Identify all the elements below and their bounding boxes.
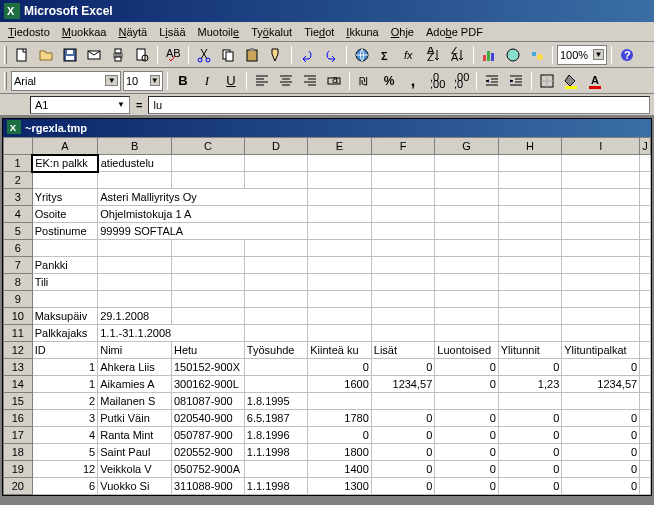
cell[interactable]: 1 — [32, 359, 98, 376]
cell[interactable]: 99999 SOFTALA — [98, 223, 308, 240]
menu-muokkaa[interactable]: Muokkaa — [56, 24, 113, 40]
cell[interactable]: 29.1.2008 — [98, 308, 172, 325]
cell[interactable]: Ylitunnit — [498, 342, 562, 359]
cell[interactable] — [498, 393, 562, 410]
col-header[interactable]: E — [308, 138, 372, 155]
cell[interactable]: ID — [32, 342, 98, 359]
cell[interactable]: Lisät — [371, 342, 435, 359]
bold-button[interactable]: B — [172, 70, 194, 92]
cell[interactable]: 6 — [32, 478, 98, 495]
select-all-corner[interactable] — [4, 138, 33, 155]
cell[interactable]: 0 — [498, 478, 562, 495]
cell[interactable]: 1.8.1995 — [244, 393, 308, 410]
menu-muotoile[interactable]: Muotoile — [192, 24, 246, 40]
cell[interactable] — [562, 393, 640, 410]
cell[interactable]: 0 — [435, 461, 499, 478]
percent-button[interactable]: % — [378, 70, 400, 92]
cell[interactable] — [371, 325, 435, 342]
cell[interactable] — [171, 172, 244, 189]
cell[interactable] — [244, 376, 308, 393]
cell[interactable] — [435, 240, 499, 257]
cell[interactable] — [244, 325, 308, 342]
row-header[interactable]: 5 — [4, 223, 33, 240]
cell[interactable]: atiedustelu — [98, 155, 172, 172]
print-button[interactable] — [107, 44, 129, 66]
cell[interactable] — [435, 223, 499, 240]
cell[interactable] — [171, 257, 244, 274]
cell[interactable] — [640, 257, 651, 274]
cell[interactable] — [308, 274, 372, 291]
cell[interactable] — [308, 257, 372, 274]
cell[interactable] — [371, 240, 435, 257]
cell[interactable]: Mailanen S — [98, 393, 172, 410]
cell[interactable]: 12 — [32, 461, 98, 478]
cell[interactable]: 1600 — [308, 376, 372, 393]
sort-desc-button[interactable]: ZA — [447, 44, 469, 66]
cell[interactable] — [244, 291, 308, 308]
cell[interactable]: 0 — [498, 359, 562, 376]
cell[interactable]: Osoite — [32, 206, 98, 223]
cell[interactable]: Ahkera Liis — [98, 359, 172, 376]
row-header[interactable]: 13 — [4, 359, 33, 376]
new-button[interactable] — [11, 44, 33, 66]
cell[interactable] — [498, 172, 562, 189]
cell[interactable] — [640, 376, 651, 393]
cell[interactable]: 0 — [498, 427, 562, 444]
cell[interactable]: 0 — [371, 410, 435, 427]
cell[interactable] — [498, 257, 562, 274]
cell[interactable] — [498, 325, 562, 342]
redo-button[interactable] — [320, 44, 342, 66]
cell[interactable]: 1,23 — [498, 376, 562, 393]
cell[interactable]: 020552-900 — [171, 444, 244, 461]
cell[interactable] — [98, 172, 172, 189]
cell[interactable] — [244, 172, 308, 189]
cell[interactable] — [640, 155, 651, 172]
save-button[interactable] — [59, 44, 81, 66]
row-header[interactable]: 4 — [4, 206, 33, 223]
cell[interactable] — [640, 359, 651, 376]
cell[interactable] — [640, 410, 651, 427]
cell[interactable] — [244, 257, 308, 274]
cell[interactable] — [498, 240, 562, 257]
cell[interactable] — [244, 308, 308, 325]
cell[interactable] — [98, 291, 172, 308]
cell[interactable] — [371, 274, 435, 291]
cell[interactable] — [562, 308, 640, 325]
format-painter-button[interactable] — [265, 44, 287, 66]
cell[interactable]: 0 — [435, 359, 499, 376]
cell[interactable] — [435, 291, 499, 308]
cell[interactable] — [640, 427, 651, 444]
cell[interactable]: Asteri Malliyritys Oy — [98, 189, 308, 206]
cell[interactable]: Yritys — [32, 189, 98, 206]
cell[interactable] — [640, 461, 651, 478]
row-header[interactable]: 16 — [4, 410, 33, 427]
increase-indent-button[interactable] — [505, 70, 527, 92]
cell[interactable] — [308, 240, 372, 257]
cell[interactable]: 5 — [32, 444, 98, 461]
cell[interactable] — [308, 206, 372, 223]
cell[interactable] — [640, 172, 651, 189]
cell[interactable]: 300162-900L — [171, 376, 244, 393]
cell[interactable]: 0 — [308, 427, 372, 444]
cell[interactable] — [171, 291, 244, 308]
cell[interactable] — [640, 291, 651, 308]
cell[interactable]: 0 — [435, 427, 499, 444]
cell[interactable]: 0 — [498, 410, 562, 427]
name-box[interactable]: A1▼ — [30, 96, 130, 114]
cell[interactable] — [498, 155, 562, 172]
cell[interactable] — [308, 155, 372, 172]
cell[interactable] — [640, 189, 651, 206]
cell[interactable] — [32, 291, 98, 308]
align-center-button[interactable] — [275, 70, 297, 92]
cell[interactable] — [640, 325, 651, 342]
cell[interactable]: 0 — [371, 359, 435, 376]
cell[interactable]: 1.8.1996 — [244, 427, 308, 444]
cell[interactable] — [371, 155, 435, 172]
cell[interactable]: Veikkola V — [98, 461, 172, 478]
cell[interactable] — [435, 393, 499, 410]
cell[interactable] — [498, 291, 562, 308]
row-header[interactable]: 7 — [4, 257, 33, 274]
cell[interactable]: 0 — [371, 478, 435, 495]
cell[interactable] — [371, 223, 435, 240]
cell[interactable] — [308, 393, 372, 410]
